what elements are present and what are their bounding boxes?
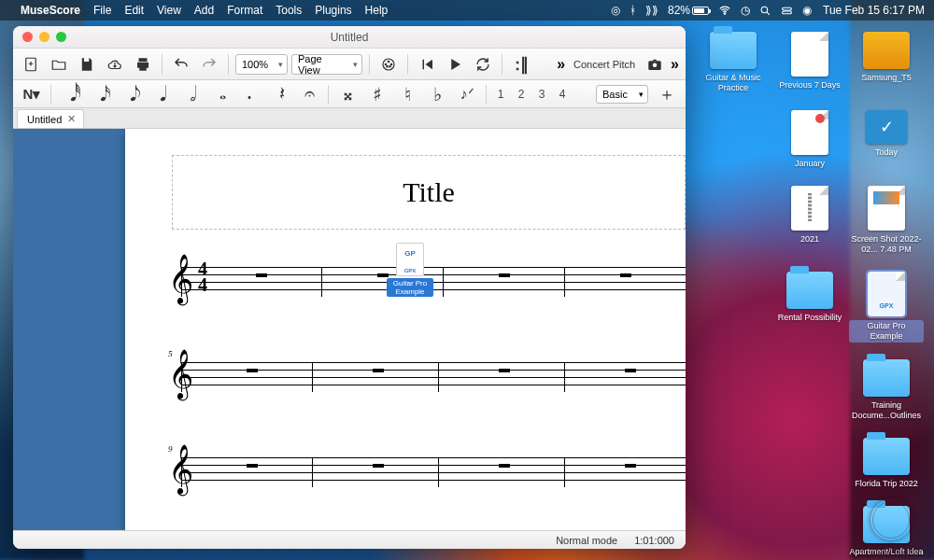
duration-16th[interactable]: 𝅘𝅥𝅯 — [89, 83, 111, 105]
add-workspace-button[interactable]: ＋ — [656, 83, 678, 105]
flip-direction[interactable]: ♪ᐟ — [456, 83, 478, 105]
desktop-file-guitarpro[interactable]: GPXGuitar Pro Example — [848, 272, 925, 343]
desktop-zip-2021[interactable]: 2021 — [771, 186, 848, 255]
bluetooth-icon[interactable]: ᚼ — [630, 4, 636, 17]
tie-button[interactable]: 𝄐 — [298, 83, 320, 105]
workspace-combo[interactable]: Basic — [596, 85, 648, 104]
cloud-button[interactable] — [103, 52, 127, 77]
accidental-flat[interactable]: ♭ — [426, 83, 448, 105]
menu-tools[interactable]: Tools — [276, 4, 302, 17]
desktop-folder-today[interactable]: ✓Today — [848, 110, 925, 169]
staff-system-3[interactable]: 9 𝄞 — [181, 457, 686, 495]
svg-point-10 — [389, 65, 391, 67]
siri-icon[interactable]: ◉ — [802, 4, 812, 17]
app-menu[interactable]: MuseScore — [21, 4, 80, 17]
toolbar-overflow-2[interactable]: » — [671, 56, 680, 73]
svg-point-6 — [385, 63, 387, 65]
control-center-icon[interactable] — [781, 5, 793, 17]
status-mode: Normal mode — [556, 535, 617, 546]
menu-format[interactable]: Format — [227, 4, 262, 17]
open-button[interactable] — [47, 52, 71, 77]
score-page[interactable]: Title 𝄞 44 5 𝄞 — [125, 129, 686, 530]
voice-2[interactable]: 2 — [515, 83, 528, 105]
status-icon[interactable]: ◎ — [611, 4, 620, 17]
voice-4[interactable]: 4 — [556, 83, 569, 105]
document-tabstrip: Untitled ✕ — [13, 108, 686, 129]
svg-rect-3 — [783, 11, 792, 14]
play-button[interactable] — [443, 52, 467, 77]
voice-1[interactable]: 1 — [494, 83, 507, 105]
desktop-folder-training[interactable]: Training Docume...Outlines — [848, 359, 925, 421]
svg-point-12 — [653, 63, 658, 67]
undo-button[interactable] — [169, 52, 193, 77]
menu-add[interactable]: Add — [194, 4, 214, 17]
rewind-button[interactable] — [415, 52, 439, 77]
svg-point-1 — [761, 7, 768, 13]
duration-half[interactable]: 𝅗𝅥 — [178, 83, 201, 105]
clock-icon[interactable]: ◷ — [741, 4, 750, 17]
note-input-mode[interactable]: N▾ — [21, 83, 43, 105]
svg-point-0 — [724, 13, 726, 15]
toolbar-overflow[interactable]: » — [557, 56, 566, 73]
duration-dot[interactable]: . — [238, 83, 261, 105]
window-title: Untitled — [13, 31, 686, 44]
image-capture-button[interactable] — [643, 52, 667, 77]
concert-pitch-button[interactable]: Concert Pitch — [573, 59, 635, 70]
rest-button[interactable]: 𝄽 — [268, 83, 290, 105]
desktop-screenshot[interactable]: Screen Shot 2022-02... 7.48 PM — [848, 186, 925, 255]
note-input-toolbar: N▾ 𝅘𝅥𝅰 𝅘𝅥𝅯 𝅘𝅥𝅮 𝅘𝅥 𝅗𝅥 𝅝 . 𝄽 𝄐 𝄪 ♯ ♮ ♭ ♪ᐟ … — [13, 80, 686, 108]
battery-icon[interactable]: 82% — [668, 4, 709, 17]
status-position: 1:01:000 — [634, 535, 674, 546]
dragged-file-overlay[interactable]: GPX Guitar Pro Example — [387, 243, 433, 298]
accidental-sharp[interactable]: ♯ — [366, 83, 389, 105]
menu-edit[interactable]: Edit — [124, 4, 144, 17]
staff-system-1[interactable]: 𝄞 44 — [181, 267, 686, 304]
duration-32nd[interactable]: 𝅘𝅥𝅰 — [59, 83, 81, 105]
spotlight-icon[interactable] — [759, 5, 771, 17]
accidental-double-sharp[interactable]: 𝄪 — [336, 83, 359, 105]
staff-system-2[interactable]: 5 𝄞 — [181, 362, 686, 399]
main-toolbar: 100% Page View ꞉∥ » Concert Pitch » — [13, 49, 686, 80]
menu-help[interactable]: Help — [365, 4, 389, 17]
print-button[interactable] — [131, 52, 155, 77]
menu-file[interactable]: File — [93, 4, 111, 17]
watermark-logo: Producer Society — [854, 498, 928, 554]
accidental-natural[interactable]: ♮ — [396, 83, 418, 105]
duration-8th[interactable]: 𝅘𝅥𝅮 — [119, 83, 141, 105]
window-titlebar[interactable]: Untitled — [13, 26, 686, 49]
svg-rect-2 — [783, 7, 792, 10]
redo-button[interactable] — [197, 52, 221, 77]
duration-quarter[interactable]: 𝅘𝅥 — [149, 83, 171, 105]
dragged-file-label: Guitar Pro Example — [387, 278, 433, 297]
voice-3[interactable]: 3 — [535, 83, 548, 105]
title-frame[interactable]: Title — [172, 155, 686, 230]
repeat-button[interactable]: ꞉∥ — [509, 52, 533, 77]
score-workspace[interactable]: Title 𝄞 44 5 𝄞 — [13, 129, 686, 530]
desktop-file-previous7days[interactable]: Previous 7 Days — [771, 32, 848, 93]
view-mode-combo[interactable]: Page View — [291, 54, 362, 75]
battery-percent: 82% — [668, 4, 690, 17]
score-title-text[interactable]: Title — [403, 176, 455, 208]
new-score-button[interactable] — [19, 52, 43, 77]
svg-point-9 — [387, 65, 389, 67]
tab-untitled[interactable]: Untitled ✕ — [17, 109, 84, 128]
airdrop-icon[interactable]: ⟫⟫ — [645, 4, 658, 17]
duration-whole[interactable]: 𝅝 — [208, 83, 231, 105]
menu-plugins[interactable]: Plugins — [315, 4, 351, 17]
desktop-file-january[interactable]: January — [771, 110, 848, 169]
desktop-disk-samsung[interactable]: Samsung_T5 — [848, 32, 925, 93]
desktop-folder-rental[interactable]: Rental Possibility — [771, 272, 848, 343]
svg-point-7 — [390, 63, 392, 65]
save-button[interactable] — [75, 52, 99, 77]
menu-clock[interactable]: Tue Feb 15 6:17 PM — [823, 4, 925, 17]
desktop-folder-florida[interactable]: Florida Trip 2022 — [848, 438, 925, 489]
mac-menubar: MuseScore File Edit View Add Format Tool… — [0, 0, 934, 21]
midi-button[interactable] — [376, 52, 401, 77]
close-tab-icon[interactable]: ✕ — [67, 113, 76, 125]
zoom-combo[interactable]: 100% — [235, 54, 288, 75]
wifi-icon[interactable] — [718, 4, 731, 17]
musescore-window: Untitled 100% Page View ꞉∥ » Concert Pit… — [13, 26, 686, 549]
desktop-folder-guitar-music[interactable]: Guitar & Music Practice — [695, 32, 771, 93]
menu-view[interactable]: View — [157, 4, 181, 17]
loop-button[interactable] — [471, 52, 495, 77]
